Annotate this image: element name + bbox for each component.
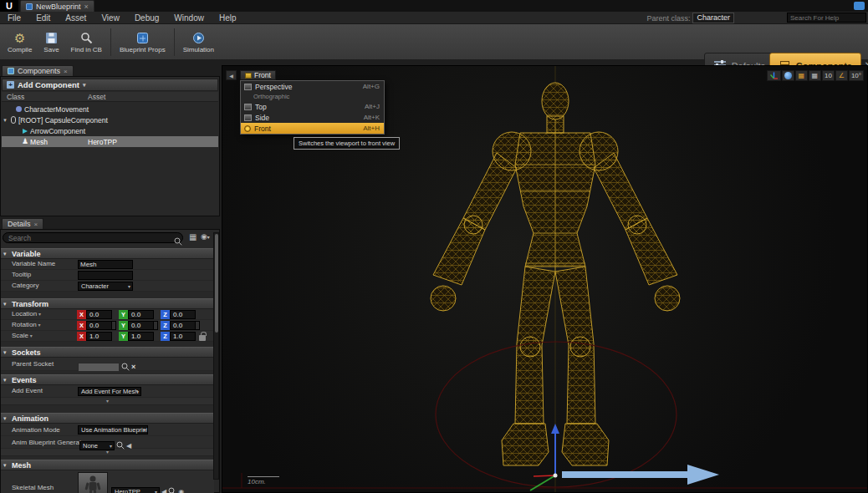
menu-asset[interactable]: Asset	[58, 12, 94, 24]
column-class[interactable]: Class	[7, 93, 24, 101]
search-icon	[174, 234, 182, 249]
section-transform-header[interactable]: ▾Transform	[1, 298, 214, 309]
save-floppy-icon	[45, 31, 58, 45]
section-variable-header[interactable]: ▾Variable	[1, 248, 214, 259]
simulation-button[interactable]: Simulation	[177, 25, 220, 59]
grid-snap-size[interactable]: 10	[822, 70, 835, 81]
skeletal-mesh-thumbnail[interactable]	[78, 472, 108, 493]
component-row-capsulecomponent[interactable]: ▾ [ROOT] CapsuleComponent	[2, 114, 218, 125]
rotation-z-input[interactable]: 0.0	[170, 321, 196, 330]
find-in-cb-button[interactable]: Find in CB	[65, 25, 108, 59]
details-panel-tab[interactable]: Details ×	[2, 218, 43, 229]
browse-icon[interactable]: ◉	[178, 488, 184, 493]
advanced-expander[interactable]: ▾	[1, 398, 214, 405]
scale-y-input[interactable]: 1.0	[128, 332, 154, 341]
parent-class-value[interactable]: Character	[692, 13, 734, 23]
titlebar: U NewBlueprint ×	[0, 0, 868, 12]
rotation-y-input[interactable]: 0.0	[128, 321, 154, 330]
location-z-input[interactable]: 0.0	[170, 310, 196, 319]
save-button[interactable]: Save	[38, 25, 64, 59]
scale-x-input[interactable]: 1.0	[86, 332, 112, 341]
use-selected-icon[interactable]: ◀	[161, 488, 166, 493]
menu-item-top[interactable]: Top Alt+J	[241, 101, 384, 112]
add-event-dropdown[interactable]: Add Event For Mesh	[78, 387, 141, 396]
component-row-charactermovement[interactable]: CharacterMovement	[2, 104, 218, 114]
blueprint-props-button[interactable]: Blueprint Props	[114, 25, 171, 59]
menu-view[interactable]: View	[94, 12, 127, 24]
section-sockets: ▾Sockets Parent Socket ×	[1, 347, 214, 371]
viewport-collapse-button[interactable]: ◀	[226, 70, 237, 80]
spinner[interactable]	[112, 321, 116, 330]
component-row-mesh[interactable]: ♟ Mesh HeroTPP	[2, 136, 218, 147]
spinner[interactable]	[196, 321, 200, 330]
socket-search-icon[interactable]	[121, 359, 130, 374]
toolbar-buttons: ⚙ Compile Save Find in CB Bluepr	[2, 25, 220, 59]
section-events-header[interactable]: ▾Events	[1, 374, 214, 385]
rotation-snap-size[interactable]: 10°	[849, 70, 864, 81]
document-tab[interactable]: NewBlueprint ×	[20, 0, 94, 12]
collapse-arrow-icon[interactable]: ▾	[2, 117, 8, 124]
panel-close-icon[interactable]: ×	[64, 68, 68, 75]
use-selected-icon[interactable]: ◀	[126, 442, 131, 450]
animation-mode-dropdown[interactable]: Use Animation Blueprint	[78, 425, 148, 435]
category-dropdown[interactable]: Character	[78, 282, 133, 291]
section-variable: ▾Variable Variable Name Tooltip Category…	[1, 248, 214, 292]
section-animation-header[interactable]: ▾Animation	[1, 413, 214, 424]
menu-file[interactable]: File	[0, 12, 28, 24]
component-row-arrowcomponent[interactable]: ArrowComponent	[2, 125, 218, 136]
grid-snap-icon[interactable]: ▦	[809, 70, 821, 81]
add-component-button[interactable]: + Add Component ▾	[2, 79, 218, 91]
menu-window[interactable]: Window	[166, 12, 212, 24]
menu-item-perspective[interactable]: Perspective Alt+G	[241, 81, 384, 92]
rotation-label[interactable]: Rotation	[12, 321, 40, 328]
clear-socket-icon[interactable]: ×	[131, 363, 135, 372]
details-scrollbar[interactable]	[213, 232, 219, 480]
scale-z-input[interactable]: 1.0	[170, 332, 196, 341]
rotation-x-input[interactable]: 0.0	[86, 321, 112, 330]
variable-name-input[interactable]	[78, 260, 133, 269]
location-label[interactable]: Location	[12, 310, 41, 318]
parent-socket-input[interactable]	[78, 363, 120, 372]
skeletal-mesh-dropdown[interactable]: HeroTPP	[111, 487, 160, 493]
tab-close-icon[interactable]: ×	[84, 3, 89, 11]
transform-tool-icon[interactable]	[767, 70, 781, 81]
location-y-input[interactable]: 0.0	[128, 310, 154, 319]
asset-search-icon[interactable]	[168, 484, 176, 493]
section-sockets-header[interactable]: ▾Sockets	[1, 347, 214, 358]
help-search-input[interactable]	[787, 13, 866, 23]
location-x-input[interactable]: 0.0	[86, 310, 112, 319]
asset-search-icon[interactable]	[116, 438, 125, 453]
location-row: Location X0.0 Y0.0 Z0.0	[1, 309, 214, 320]
lock-icon[interactable]	[199, 335, 206, 341]
list-view-icon[interactable]: ▦	[189, 232, 197, 241]
animation-mode-row: Animation Mode Use Animation Blueprint	[1, 424, 214, 436]
spinner[interactable]	[154, 321, 158, 330]
menu-debug[interactable]: Debug	[127, 12, 166, 24]
scrollbar-thumb[interactable]	[215, 234, 218, 333]
filter-eye-icon[interactable]: ◉▾	[201, 232, 210, 241]
world-space-icon[interactable]	[782, 70, 794, 81]
menu-item-side[interactable]: Side Alt+K	[241, 112, 384, 123]
toolbar-separator	[110, 28, 111, 56]
column-asset[interactable]: Asset	[88, 93, 105, 101]
surface-snap-icon[interactable]: ▦	[795, 70, 808, 81]
front-view-icon	[245, 73, 252, 79]
anim-blueprint-dropdown[interactable]: None	[79, 441, 115, 450]
details-search-input[interactable]	[3, 232, 183, 243]
rotation-snap-icon[interactable]: ∠	[835, 70, 848, 81]
menu-item-front[interactable]: Front Alt+H	[241, 123, 384, 134]
tooltip: Switches the viewport to front view	[294, 137, 400, 150]
viewport-view-button[interactable]: Front	[240, 70, 276, 80]
compile-button[interactable]: ⚙ Compile	[2, 25, 38, 59]
perspective-icon	[244, 84, 252, 90]
feedback-icon[interactable]	[854, 2, 865, 10]
menu-help[interactable]: Help	[212, 12, 244, 24]
tooltip-input[interactable]	[78, 271, 133, 280]
panel-close-icon[interactable]: ×	[34, 221, 38, 228]
scale-label[interactable]: Scale	[12, 332, 33, 339]
viewport[interactable]: ◀ Front Perspective Alt+G Orthographic T…	[222, 65, 868, 493]
blueprint-props-icon	[136, 31, 149, 45]
section-mesh-header[interactable]: ▾Mesh	[1, 460, 214, 470]
menu-edit[interactable]: Edit	[28, 12, 58, 24]
components-panel-tab[interactable]: Components ×	[2, 65, 74, 76]
